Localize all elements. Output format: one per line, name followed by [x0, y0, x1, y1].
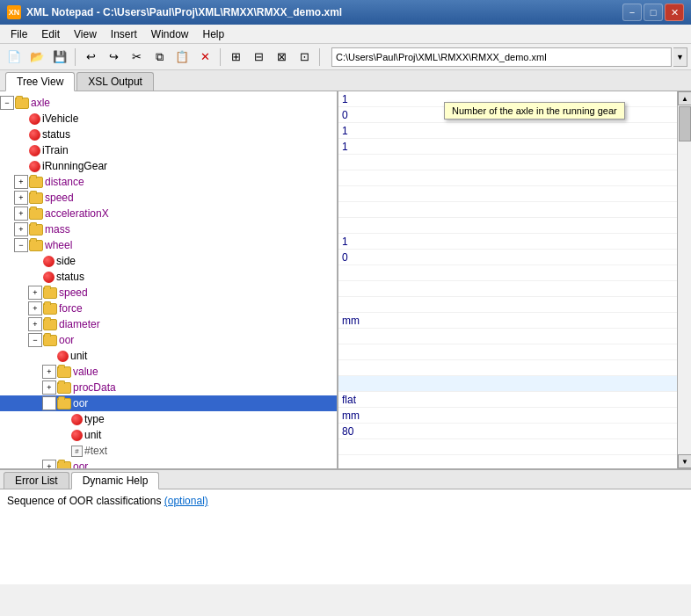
value-row[interactable]: 1 — [338, 234, 677, 250]
tree-node-procData-19[interactable]: +procData — [0, 380, 337, 395]
attribute-icon — [29, 129, 40, 141]
tree-node-iRunningGear-5[interactable]: iRunningGear — [0, 158, 337, 174]
path-dropdown[interactable]: ▼ — [673, 47, 687, 67]
tree-node-distance-6[interactable]: +distance — [0, 174, 337, 190]
value-row[interactable] — [338, 376, 677, 392]
value-row[interactable]: 1 — [338, 123, 677, 139]
maximize-button[interactable]: □ — [644, 4, 663, 21]
tree-node-type-21[interactable]: type — [0, 411, 337, 427]
expander-btn[interactable]: − — [42, 396, 56, 410]
value-row[interactable] — [338, 218, 677, 234]
tree-node-unit-17[interactable]: unit — [0, 348, 337, 364]
value-row[interactable]: 1 — [338, 139, 677, 155]
folder-icon — [29, 177, 43, 188]
menu-insert[interactable]: Insert — [104, 25, 144, 43]
value-row[interactable] — [338, 186, 677, 202]
expander-btn[interactable]: + — [42, 380, 56, 395]
tree-node-axle-1[interactable]: −axle — [0, 95, 337, 111]
undo-button[interactable]: ↩ — [80, 47, 101, 68]
value-row[interactable] — [338, 265, 677, 281]
value-row[interactable] — [338, 360, 677, 376]
value-row[interactable] — [338, 439, 677, 455]
value-row[interactable]: mm — [338, 408, 677, 424]
tree-node-oor-20[interactable]: −oor — [0, 395, 337, 411]
value-row[interactable]: mm — [338, 313, 677, 329]
tree-node-value-18[interactable]: +value — [0, 364, 337, 380]
right-scrollbar[interactable]: ▲ ▼ — [677, 91, 691, 468]
expander-btn[interactable]: + — [14, 191, 28, 205]
menu-help[interactable]: Help — [196, 25, 232, 43]
menu-window[interactable]: Window — [144, 25, 196, 43]
value-row[interactable] — [338, 344, 677, 360]
tree-node-wheel-10[interactable]: −wheel — [0, 237, 337, 253]
value-row[interactable]: 1 — [338, 91, 677, 107]
expander-btn[interactable]: − — [14, 238, 28, 252]
tree-node-side-11[interactable]: side — [0, 253, 337, 269]
tree-node-oor-16[interactable]: −oor — [0, 332, 337, 348]
tree-node-speed-7[interactable]: +speed — [0, 190, 337, 206]
paste-button[interactable]: 📋 — [171, 47, 193, 68]
expander-btn[interactable]: + — [28, 301, 42, 315]
scroll-down-btn[interactable]: ▼ — [678, 454, 691, 468]
tree-node-unit-22[interactable]: unit — [0, 427, 337, 443]
minimize-button[interactable]: − — [622, 4, 642, 21]
expander-btn[interactable]: + — [28, 286, 42, 300]
tree-node-status-12[interactable]: status — [0, 269, 337, 285]
menu-edit[interactable]: Edit — [34, 25, 67, 43]
value-row[interactable]: 0 — [338, 250, 677, 265]
expander-spacer — [14, 127, 28, 141]
value-row[interactable] — [338, 170, 677, 186]
tree-node-oor-24[interactable]: +oor — [0, 459, 337, 468]
tree-node-mass-9[interactable]: +mass — [0, 221, 337, 237]
value-row[interactable] — [338, 455, 677, 468]
copy-button[interactable]: ⧉ — [149, 47, 170, 68]
value-row[interactable]: flat — [338, 392, 677, 408]
expander-btn[interactable]: + — [28, 317, 42, 331]
tab-error-list[interactable]: Error List — [4, 472, 69, 489]
tree-node-diameter-15[interactable]: +diameter — [0, 316, 337, 332]
new-button[interactable]: 📄 — [4, 47, 25, 68]
tool-btn4[interactable]: ⊡ — [294, 47, 315, 68]
menu-view[interactable]: View — [67, 25, 104, 43]
save-button[interactable]: 💾 — [49, 47, 70, 68]
tree-pane[interactable]: −axleiVehiclestatusiTrainiRunningGear+di… — [0, 91, 338, 468]
cut-button[interactable]: ✂ — [126, 47, 147, 68]
tree-node-status-3[interactable]: status — [0, 127, 337, 142]
scroll-up-btn[interactable]: ▲ — [678, 91, 691, 105]
expander-btn[interactable]: + — [14, 222, 28, 236]
tree-node-accelerationX-8[interactable]: +accelerationX — [0, 206, 337, 221]
value-row[interactable] — [338, 202, 677, 218]
redo-button[interactable]: ↪ — [103, 47, 124, 68]
expander-btn[interactable]: + — [14, 207, 28, 221]
menu-file[interactable]: File — [4, 25, 34, 43]
close-button[interactable]: ✕ — [665, 4, 684, 21]
expander-btn[interactable]: + — [14, 175, 28, 189]
tool-btn1[interactable]: ⊞ — [225, 47, 246, 68]
tree-node-force-14[interactable]: +force — [0, 301, 337, 316]
tool-btn3[interactable]: ⊠ — [271, 47, 292, 68]
expander-spacer — [42, 349, 56, 363]
value-row[interactable] — [338, 155, 677, 170]
expander-btn[interactable]: + — [42, 460, 56, 468]
expander-btn[interactable]: + — [42, 365, 56, 379]
tab-tree-view[interactable]: Tree View — [5, 72, 75, 91]
tree-node-iTrain-4[interactable]: iTrain — [0, 142, 337, 158]
delete-button[interactable]: ✕ — [194, 47, 215, 68]
tree-node-speed-13[interactable]: +speed — [0, 285, 337, 301]
tab-xsl-output[interactable]: XSL Output — [76, 72, 154, 91]
scroll-thumb[interactable] — [679, 106, 691, 141]
tree-node-iVehicle-2[interactable]: iVehicle — [0, 111, 337, 127]
open-button[interactable]: 📂 — [26, 47, 47, 68]
bottom-content: Sequence of OOR classifications (optiona… — [0, 489, 691, 584]
tab-dynamic-help[interactable]: Dynamic Help — [71, 472, 160, 489]
value-row[interactable] — [338, 329, 677, 344]
value-row[interactable]: 0 — [338, 107, 677, 123]
value-row[interactable] — [338, 297, 677, 313]
value-row[interactable] — [338, 281, 677, 297]
expander-btn[interactable]: − — [28, 333, 42, 347]
expander-btn[interactable]: − — [0, 96, 14, 110]
tool-btn2[interactable]: ⊟ — [248, 47, 269, 68]
tree-node-#text-23[interactable]: ##text — [0, 443, 337, 459]
help-link[interactable]: (optional) — [164, 495, 208, 507]
value-row[interactable]: 80 — [338, 424, 677, 439]
